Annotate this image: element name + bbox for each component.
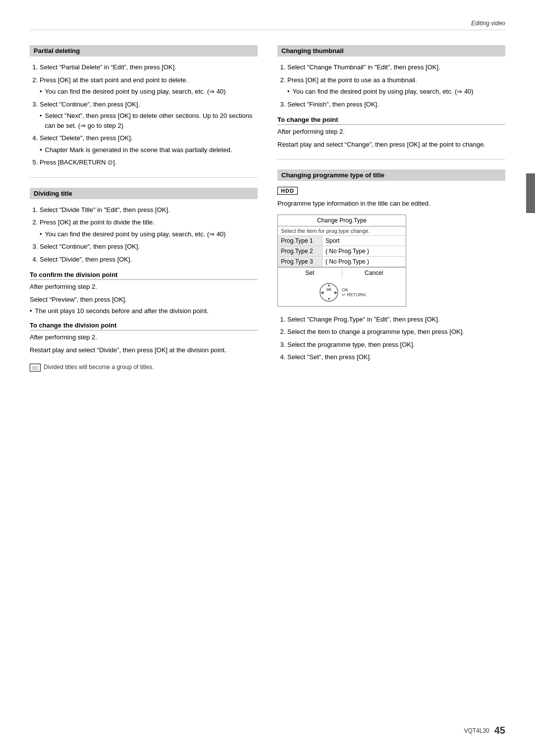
note-icon: □□	[30, 364, 41, 372]
bullet-ct-2-1: You can find the desired point by using …	[287, 87, 505, 97]
partial-deleting-section: Partial deleting Select “Partial Delete”…	[30, 45, 258, 167]
bullet-pd-3-1: Select "Next", then press [OK] to delete…	[40, 111, 258, 130]
prog-type-value-1: Sport	[322, 236, 406, 246]
prog-type-value-2: ( No Prog.Type )	[322, 246, 406, 256]
page-container: Editing video Partial deleting Select “P…	[0, 0, 535, 756]
header-title: Editing video	[471, 20, 505, 27]
step-ct-1: Select "Change Thumbnail" in "Edit", the…	[287, 62, 505, 72]
changing-thumbnail-section: Changing thumbnail Select "Change Thumbn…	[277, 45, 505, 149]
prog-type-actions: Set Cancel	[278, 267, 406, 278]
changing-programme-heading: Changing programme type of title	[277, 169, 505, 181]
change-point-text2: Restart play and select “Change”, then p…	[277, 140, 505, 150]
dividing-title-section: Dividing title Select "Divide Title" in …	[30, 188, 258, 372]
bullet-confirm-1: The unit plays 10 seconds before and aft…	[30, 307, 258, 315]
prog-type-set-btn[interactable]: Set	[278, 268, 342, 278]
prog-type-label-1: Prog.Type 1	[278, 236, 322, 246]
confirm-division-text1: After performing step 2.	[30, 282, 258, 292]
change-division-text1: After performing step 2.	[30, 332, 258, 342]
partial-deleting-heading: Partial deleting	[30, 45, 258, 56]
remote-icon: OK ▲ ▼ ◀ ▶	[318, 281, 340, 303]
change-division-subsection: To change the division point After perfo…	[30, 322, 258, 355]
svg-text:▲: ▲	[327, 283, 331, 287]
step-pd-1: Select “Partial Delete” in “Edit”, then …	[40, 62, 258, 72]
confirm-division-heading: To confirm the division point	[30, 271, 258, 280]
dividing-title-steps: Select "Divide Title" in "Edit", then pr…	[30, 205, 258, 265]
svg-text:◀: ◀	[321, 290, 324, 295]
svg-text:▶: ▶	[334, 290, 338, 295]
main-content: Partial deleting Select “Partial Delete”…	[30, 45, 505, 372]
footer-code: VQT4L30	[464, 727, 489, 734]
step-ct-3: Select "Finish", then press [OK].	[287, 100, 505, 109]
changing-programme-steps: Select "Change Prog.Type" in "Edit", the…	[277, 315, 505, 362]
dividing-title-heading: Dividing title	[30, 188, 258, 199]
change-point-heading: To change the point	[277, 116, 505, 125]
step-dt-1: Select "Divide Title" in "Edit", then pr…	[40, 205, 258, 215]
page-header: Editing video	[30, 20, 505, 30]
prog-type-row-2: Prog.Type 2 ( No Prog.Type )	[278, 246, 406, 257]
remote-ok-label: OK	[342, 287, 366, 292]
left-column: Partial deleting Select “Partial Delete”…	[30, 45, 258, 372]
prog-type-subtitle: Select the item for prog.type change.	[278, 226, 406, 236]
step-pd-4: Select "Delete", then press [OK]. Chapte…	[40, 133, 258, 155]
change-division-text2: Restart play and select “Divide”, then p…	[30, 345, 258, 355]
prog-type-title: Change Prog.Type	[278, 215, 406, 226]
step-pd-5: Press [BACK/RETURN ⊙].	[40, 158, 258, 167]
svg-text:OK: OK	[326, 288, 332, 291]
prog-type-row-1: Prog.Type 1 Sport	[278, 236, 406, 246]
bullet-pd-4-1: Chapter Mark is generated in the scene t…	[40, 145, 258, 155]
prog-type-box: Change Prog.Type Select the item for pro…	[277, 215, 406, 307]
change-point-text1: After performing step 2.	[277, 127, 505, 137]
prog-type-cancel-btn[interactable]: Cancel	[342, 268, 406, 278]
change-point-subsection: To change the point After performing ste…	[277, 116, 505, 149]
step-dt-2: Press [OK] at the point to divide the ti…	[40, 217, 258, 239]
step-dt-3: Select "Continue", then press [OK].	[40, 242, 258, 252]
page-footer: VQT4L30 45	[464, 725, 505, 736]
programme-intro: Programme type information in the title …	[277, 199, 505, 209]
dividing-note: □□ Divided titles will become a group of…	[30, 363, 258, 372]
bullet-dt-2-1: You can find the desired point by using …	[40, 229, 258, 239]
changing-programme-section: Changing programme type of title HDD Pro…	[277, 169, 505, 362]
confirm-division-subsection: To confirm the division point After perf…	[30, 271, 258, 315]
bullet-pd-2-1: You can find the desired point by using …	[40, 87, 258, 97]
change-division-heading: To change the division point	[30, 322, 258, 330]
prog-type-row-3: Prog.Type 3 ( No Prog.Type )	[278, 257, 406, 267]
remote-icon-area: OK ▲ ▼ ◀ ▶ OK ↩ RETURN	[278, 278, 406, 306]
step-cp-2: Select the item to change a programme ty…	[287, 327, 505, 337]
step-pd-3: Select "Continue", then press [OK]. Sele…	[40, 100, 258, 131]
right-accent-bar	[526, 173, 535, 213]
prog-type-label-2: Prog.Type 2	[278, 246, 322, 256]
partial-deleting-steps: Select “Partial Delete” in “Edit”, then …	[30, 62, 258, 167]
remote-labels: OK ↩ RETURN	[342, 281, 366, 303]
step-cp-4: Select "Set", then press [OK].	[287, 352, 505, 362]
right-column: Changing thumbnail Select "Change Thumbn…	[277, 45, 505, 368]
footer-page: 45	[494, 725, 505, 736]
step-ct-2: Press [OK] at the point to use as a thum…	[287, 75, 505, 97]
changing-thumbnail-steps: Select "Change Thumbnail" in "Edit", the…	[277, 62, 505, 109]
step-cp-1: Select "Change Prog.Type" in "Edit", the…	[287, 315, 505, 324]
step-dt-4: Select "Divide", then press [OK].	[40, 255, 258, 265]
svg-text:▼: ▼	[327, 297, 331, 301]
remote-return-label: ↩ RETURN	[342, 292, 366, 297]
divider-1	[30, 177, 258, 178]
confirm-division-text2: Select “Preview”, then press [OK].	[30, 295, 258, 305]
hdd-badge: HDD	[277, 187, 298, 195]
changing-thumbnail-heading: Changing thumbnail	[277, 45, 505, 56]
step-cp-3: Select the programme type, then press [O…	[287, 340, 505, 350]
note-text: Divided titles will become a group of ti…	[44, 363, 154, 372]
divider-2	[277, 159, 505, 160]
step-pd-2: Press [OK] at the start point and end po…	[40, 75, 258, 97]
prog-type-label-3: Prog.Type 3	[278, 257, 322, 267]
prog-type-value-3: ( No Prog.Type )	[322, 257, 406, 267]
